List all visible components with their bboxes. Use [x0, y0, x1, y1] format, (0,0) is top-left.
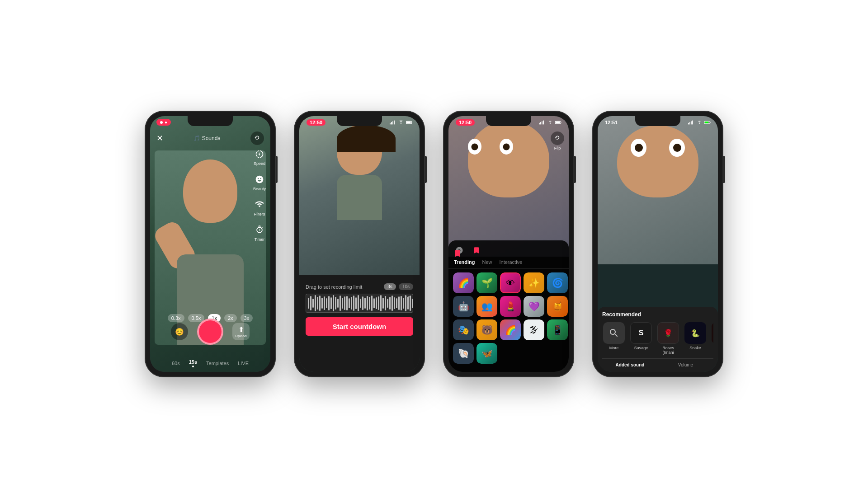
time-10s[interactable]: 10s — [399, 283, 413, 290]
effect-item[interactable]: 🌫 — [524, 319, 544, 340]
time-3s[interactable]: 3s — [384, 283, 396, 290]
tab-15s[interactable]: 15s — [189, 359, 197, 367]
wave-bar — [324, 296, 325, 310]
wifi-icon — [398, 120, 404, 125]
wave-bar — [389, 297, 391, 310]
added-sound-label: Added sound — [616, 362, 645, 367]
svg-rect-7 — [540, 122, 541, 124]
hair-2 — [337, 125, 396, 152]
effect-item[interactable]: 🍯 — [547, 296, 568, 317]
wave-bar — [378, 296, 379, 310]
sound-item-more[interactable]: More — [602, 322, 626, 355]
status-time-2: 12:50 — [307, 119, 326, 126]
sound-item-snake[interactable]: 🐍 Snake — [684, 322, 707, 355]
sound-item-savage[interactable]: S Savage — [629, 322, 653, 355]
emoji-button[interactable]: 😊 — [171, 323, 188, 340]
sound-thumb-roses: 🌹 — [657, 322, 679, 344]
right-controls: Speed Beauty Filte — [253, 148, 266, 242]
flip-label-3: Flip — [551, 146, 564, 150]
sound-item-partial[interactable]: F Fu... — [711, 322, 713, 355]
upload-label: Upload — [235, 334, 246, 338]
camera-preview-4 — [598, 116, 718, 264]
effect-item[interactable]: 💜 — [524, 296, 544, 317]
record-button[interactable] — [197, 319, 223, 345]
tab-60s[interactable]: 60s — [172, 361, 180, 366]
svg-rect-9 — [543, 121, 544, 125]
sounds-bottom-tabs: Added sound Volume — [602, 358, 713, 367]
sound-item-roses[interactable]: 🌹 Roses (Imani — [656, 322, 680, 355]
effect-item[interactable]: 🌈 — [453, 272, 474, 293]
tab-interactive[interactable]: Interactive — [499, 259, 522, 265]
bookmark-icon[interactable] — [453, 249, 462, 260]
wave-bar — [344, 296, 345, 310]
effect-item[interactable]: 👥 — [476, 296, 497, 317]
sound-label-more: More — [609, 346, 619, 350]
wave-bar — [387, 299, 388, 308]
tab-live[interactable]: LIVE — [238, 361, 249, 366]
flip-icon — [254, 135, 260, 141]
effects-top-icons — [448, 245, 569, 259]
wave-bar — [342, 298, 343, 309]
wave-bar — [330, 297, 332, 309]
speed-control[interactable]: Speed — [253, 148, 266, 166]
filters-icon — [253, 198, 266, 211]
effect-item[interactable]: 🌈 — [500, 319, 521, 340]
sound-thumb-more — [603, 322, 625, 344]
waveform-section: Drag to set recording limit 3s 10s 15 — [299, 279, 420, 340]
svg-rect-12 — [688, 123, 689, 125]
filters-label: Filters — [254, 212, 265, 216]
effect-item[interactable]: 🌀 — [547, 272, 568, 293]
wave-bar — [340, 296, 341, 311]
filters-control[interactable]: Filters — [253, 198, 266, 216]
effect-item[interactable]: 💄 — [500, 296, 521, 317]
effect-item[interactable]: 🦋 — [476, 343, 497, 364]
wave-bar — [333, 295, 334, 311]
wave-bar — [367, 296, 368, 310]
signal-icon-3 — [539, 120, 545, 125]
flip-button[interactable] — [250, 131, 264, 145]
timer-control[interactable]: Timer — [253, 224, 266, 242]
sounds-title: Recommended — [602, 311, 713, 318]
effect-thumb: 🐚 — [453, 343, 474, 364]
flip-button-3[interactable] — [551, 131, 564, 145]
record-controls: 😊 ⬆ Upload — [150, 319, 270, 345]
effect-item[interactable]: 🎭 — [453, 319, 474, 340]
close-button[interactable]: ✕ — [156, 133, 163, 143]
effect-item[interactable]: 🌱 — [476, 272, 497, 293]
effect-item[interactable]: ✨ — [524, 272, 544, 293]
svg-rect-6 — [539, 123, 540, 125]
tab-new[interactable]: New — [482, 259, 492, 265]
waveform-container[interactable]: 15 — [306, 294, 413, 313]
effect-thumb: 🐻 — [476, 319, 497, 340]
effect-face — [468, 121, 549, 197]
wave-bar — [376, 297, 377, 309]
effect-item[interactable]: 🐻 — [476, 319, 497, 340]
effect-thumb: 🌈 — [453, 272, 474, 293]
wave-bar — [310, 296, 311, 310]
added-sound-tab[interactable]: Added sound — [602, 362, 658, 367]
waveform-header: Drag to set recording limit 3s 10s — [306, 283, 413, 290]
tab-trending[interactable]: Trending — [454, 259, 475, 265]
effect-item[interactable]: 📱 — [547, 319, 568, 340]
snake-icon: 🐍 — [691, 329, 700, 338]
effect-item-selected[interactable]: 👁 — [500, 272, 521, 293]
sounds-panel: Recommended More S — [598, 307, 718, 372]
sounds-button[interactable]: 🎵 Sounds — [193, 135, 221, 141]
bookmark-tab-icon[interactable] — [471, 245, 482, 256]
effect-item[interactable]: 🐚 — [453, 343, 474, 364]
volume-tab[interactable]: Volume — [658, 362, 713, 367]
upload-button[interactable]: ⬆ Upload — [232, 323, 250, 340]
tab-templates[interactable]: Templates — [206, 361, 229, 366]
phone-4-screen: 12:51 — [598, 116, 718, 372]
wave-bar — [373, 298, 375, 308]
effect-item[interactable]: 🤖 — [453, 296, 474, 317]
flip-control-3[interactable]: Flip — [551, 131, 564, 150]
beauty-control[interactable]: Beauty — [253, 173, 266, 191]
body-2 — [337, 175, 382, 220]
start-countdown-button[interactable]: Start countdown — [306, 317, 413, 336]
svg-rect-15 — [692, 121, 693, 125]
status-bar-4: 12:51 — [598, 116, 718, 129]
rec-dot — [160, 121, 163, 124]
svg-rect-2 — [392, 121, 393, 124]
camera-background-2: 12:50 Drag to set reco — [299, 116, 420, 372]
